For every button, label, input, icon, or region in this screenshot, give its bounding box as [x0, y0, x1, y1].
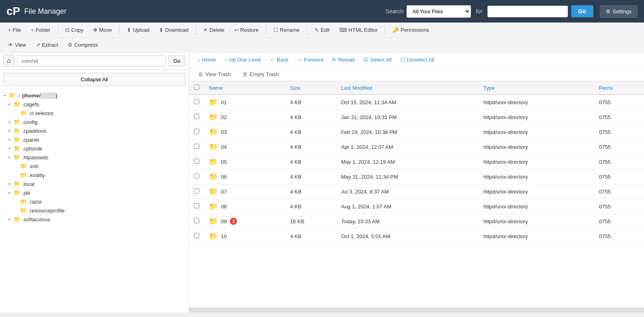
move-button[interactable]: ✥ Move: [89, 25, 116, 35]
row-name[interactable]: 📁08: [204, 199, 285, 214]
file-checkbox[interactable]: [194, 233, 199, 238]
tree-item-cpanel[interactable]: + 📁 .cpanel: [0, 135, 189, 144]
tree-item-imh[interactable]: 📁 .imh: [0, 162, 189, 171]
col-modified[interactable]: Last Modified: [336, 81, 479, 95]
file-checkbox[interactable]: [194, 173, 199, 179]
tree-item-razor[interactable]: 📁 .razor: [0, 197, 189, 206]
file-checkbox[interactable]: [194, 144, 199, 149]
table-row[interactable]: 📁034 KBFeb 29, 2024, 10:38 PMhttpd/unix-…: [189, 125, 644, 140]
edit-button[interactable]: ✎ Edit: [310, 25, 333, 35]
horizontal-scrollbar[interactable]: [189, 308, 644, 313]
select-all-checkbox[interactable]: [194, 84, 199, 90]
restore-button[interactable]: ↩ Restore: [230, 25, 263, 35]
search-scope-select[interactable]: All Your Files File Name Only Content: [407, 5, 471, 18]
nav-forward-button[interactable]: → Forward: [293, 55, 327, 65]
table-row[interactable]: 📁104 KBOct 1, 2024, 5:01 AMhttpd/unix-di…: [189, 229, 644, 244]
row-checkbox[interactable]: [189, 110, 204, 125]
row-checkbox[interactable]: [189, 95, 204, 110]
view-button[interactable]: 👁 View: [4, 40, 30, 50]
col-name[interactable]: Name: [204, 81, 285, 95]
file-checkbox[interactable]: [194, 158, 199, 164]
search-go-button[interactable]: Go: [571, 5, 593, 17]
file-checkbox[interactable]: [194, 114, 199, 119]
table-row[interactable]: 📁074 KBJul 3, 2024, 8:37 AMhttpd/unix-di…: [189, 184, 644, 199]
nav-unselect-all-button[interactable]: ☐ Unselect All: [396, 55, 438, 65]
table-row[interactable]: 📁054 KBMay 1, 2024, 12:19 AMhttpd/unix-d…: [189, 154, 644, 169]
tree-toggle-cphorde: +: [8, 146, 13, 151]
row-name[interactable]: 📁04: [204, 140, 285, 154]
new-folder-button[interactable]: + Folder: [27, 25, 54, 35]
tree-item-htpasswds[interactable]: + 📁 .htpasswds: [0, 153, 189, 162]
tree-item-cpaddons[interactable]: + 📁 .cpaddons: [0, 126, 189, 135]
file-checkbox[interactable]: [194, 188, 199, 193]
row-name[interactable]: 📁091: [204, 214, 285, 229]
tree-item-cagefs[interactable]: + 📁 .cagefs: [0, 100, 189, 109]
tree-item-pki[interactable]: + 📁 .pki: [0, 188, 189, 197]
row-name[interactable]: 📁10: [204, 229, 285, 244]
file-checkbox[interactable]: [194, 99, 199, 104]
view-trash-button[interactable]: 🗑 View Trash: [193, 69, 236, 79]
extract-icon: ↗: [36, 42, 40, 48]
row-checkbox[interactable]: [189, 229, 204, 244]
row-checkbox[interactable]: [189, 214, 204, 229]
row-checkbox[interactable]: [189, 184, 204, 199]
file-checkbox[interactable]: [194, 218, 199, 223]
nav-select-all-button[interactable]: ☑ Select All: [359, 55, 395, 65]
home-nav-icon: ⌂: [197, 57, 200, 63]
row-name[interactable]: 📁06: [204, 169, 285, 184]
tree-item-cl-selector[interactable]: 📁 .cl.selector: [0, 109, 189, 117]
nav-reload-button[interactable]: ↻ Reload: [328, 55, 359, 65]
tree-item-softaculous[interactable]: + 📁 .softaculous: [0, 215, 189, 224]
download-button[interactable]: ⬇ Download: [155, 25, 192, 35]
nav-up-button[interactable]: ↑ Up One Level: [221, 55, 265, 65]
empty-trash-button[interactable]: 🗑 Empty Trash: [237, 69, 284, 79]
tree-label-koality: .koality: [29, 172, 45, 178]
tree-item-resourceprofile[interactable]: 📁 .resourceprofile: [0, 206, 189, 215]
delete-button[interactable]: ✕ Delete: [199, 25, 229, 35]
table-row[interactable]: 📁014 KBOct 15, 2024, 11:34 AMhttpd/unix-…: [189, 95, 644, 110]
row-name[interactable]: 📁07: [204, 184, 285, 199]
tree-item-cphorde[interactable]: + 📁 .cphorde: [0, 144, 189, 153]
row-name[interactable]: 📁01: [204, 95, 285, 110]
nav-home-button[interactable]: ⌂ Home: [193, 55, 220, 65]
tree-item-local[interactable]: + 📁 .local: [0, 179, 189, 188]
path-go-button[interactable]: Go: [168, 56, 186, 66]
row-checkbox[interactable]: [189, 140, 204, 154]
tree-item-config[interactable]: + 📁 .config: [0, 117, 189, 126]
row-name[interactable]: 📁02: [204, 110, 285, 125]
col-perms[interactable]: Permi: [594, 81, 644, 95]
file-checkbox[interactable]: [194, 203, 199, 208]
row-checkbox[interactable]: [189, 199, 204, 214]
upload-button[interactable]: ⬆ Upload: [123, 25, 153, 35]
unchecked-box-icon: ☐: [400, 57, 405, 63]
home-path-button[interactable]: ⌂: [3, 55, 14, 67]
permissions-button[interactable]: 🔑 Permissions: [388, 25, 433, 35]
tree-item-root[interactable]: − 📁 ⌂ (/home/████): [0, 91, 189, 100]
table-row[interactable]: 📁044 KBApr 1, 2024, 12:07 AMhttpd/unix-d…: [189, 140, 644, 154]
row-name[interactable]: 📁03: [204, 125, 285, 140]
table-row[interactable]: 📁09116 KBToday, 10:33 AMhttpd/unix-direc…: [189, 214, 644, 229]
table-row[interactable]: 📁084 KBAug 1, 2024, 1:07 AMhttpd/unix-di…: [189, 199, 644, 214]
tree-item-koality[interactable]: 📁 .koality: [0, 171, 189, 179]
nav-back-button[interactable]: ← Back: [266, 55, 293, 65]
row-checkbox[interactable]: [189, 154, 204, 169]
rename-button[interactable]: ☐ Rename: [269, 25, 303, 35]
row-checkbox[interactable]: [189, 125, 204, 140]
copy-button[interactable]: ⊡ Copy: [61, 25, 87, 35]
settings-button[interactable]: ⚙ Settings: [600, 5, 638, 18]
row-name[interactable]: 📁05: [204, 154, 285, 169]
path-input[interactable]: [17, 56, 166, 66]
table-row[interactable]: 📁064 KBMay 31, 2024, 11:34 PMhttpd/unix-…: [189, 169, 644, 184]
col-size[interactable]: Size: [285, 81, 336, 95]
new-file-button[interactable]: + File: [4, 25, 25, 35]
html-editor-button[interactable]: ⌨ HTML Editor: [335, 25, 382, 35]
row-checkbox[interactable]: [189, 169, 204, 184]
row-perms: 0755: [594, 154, 644, 169]
search-input[interactable]: [487, 6, 568, 17]
file-checkbox[interactable]: [194, 129, 199, 134]
table-row[interactable]: 📁024 KBJan 31, 2024, 10:31 PMhttpd/unix-…: [189, 110, 644, 125]
collapse-all-button[interactable]: Collapse All: [3, 73, 186, 86]
col-type[interactable]: Type: [479, 81, 594, 95]
extract-button[interactable]: ↗ Extract: [32, 40, 62, 50]
compress-button[interactable]: ⚙ Compress: [64, 40, 102, 50]
